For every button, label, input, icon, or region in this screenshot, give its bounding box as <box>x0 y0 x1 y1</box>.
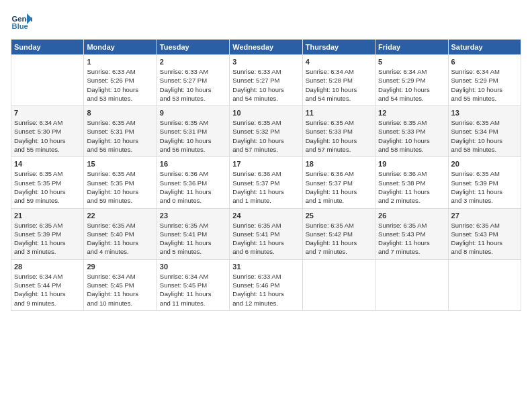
calendar-cell: 21Sunrise: 6:35 AM Sunset: 5:39 PM Dayli… <box>11 208 84 259</box>
calendar-cell: 30Sunrise: 6:34 AM Sunset: 5:45 PM Dayli… <box>157 259 229 310</box>
calendar-cell: 31Sunrise: 6:33 AM Sunset: 5:46 PM Dayli… <box>230 259 302 310</box>
calendar-cell: 27Sunrise: 6:35 AM Sunset: 5:43 PM Dayli… <box>448 208 521 259</box>
main-container: General Blue SundayMondayTuesdayWednesda… <box>0 0 532 316</box>
day-info: Sunrise: 6:34 AM Sunset: 5:29 PM Dayligh… <box>451 67 518 103</box>
calendar-cell: 29Sunrise: 6:34 AM Sunset: 5:45 PM Dayli… <box>84 259 157 310</box>
day-number: 24 <box>232 212 299 220</box>
calendar-week-row: 28Sunrise: 6:34 AM Sunset: 5:44 PM Dayli… <box>11 259 521 310</box>
weekday-header: Monday <box>84 40 157 55</box>
day-info: Sunrise: 6:35 AM Sunset: 5:35 PM Dayligh… <box>14 169 81 205</box>
calendar-cell: 10Sunrise: 6:35 AM Sunset: 5:32 PM Dayli… <box>230 106 302 157</box>
day-number: 21 <box>14 212 81 220</box>
day-number: 31 <box>232 263 299 271</box>
day-info: Sunrise: 6:36 AM Sunset: 5:36 PM Dayligh… <box>160 169 226 205</box>
day-info: Sunrise: 6:35 AM Sunset: 5:34 PM Dayligh… <box>451 118 518 154</box>
calendar-cell <box>375 259 448 310</box>
logo-icon: General Blue <box>11 11 32 32</box>
day-number: 25 <box>306 212 372 220</box>
day-info: Sunrise: 6:35 AM Sunset: 5:43 PM Dayligh… <box>451 221 518 257</box>
day-info: Sunrise: 6:33 AM Sunset: 5:46 PM Dayligh… <box>232 272 299 308</box>
day-info: Sunrise: 6:34 AM Sunset: 5:29 PM Dayligh… <box>378 67 445 103</box>
calendar-cell: 26Sunrise: 6:35 AM Sunset: 5:43 PM Dayli… <box>375 208 448 259</box>
day-number: 14 <box>14 160 81 168</box>
weekday-header: Wednesday <box>230 40 302 55</box>
calendar-cell: 18Sunrise: 6:36 AM Sunset: 5:37 PM Dayli… <box>302 157 375 208</box>
day-number: 16 <box>160 160 226 168</box>
day-number: 1 <box>87 58 153 66</box>
logo: General Blue <box>11 11 35 32</box>
day-number: 13 <box>451 109 518 117</box>
weekday-header: Tuesday <box>157 40 229 55</box>
calendar-cell <box>11 55 84 106</box>
day-info: Sunrise: 6:35 AM Sunset: 5:31 PM Dayligh… <box>87 118 153 154</box>
header: General Blue <box>11 11 521 32</box>
day-number: 17 <box>232 160 299 168</box>
day-info: Sunrise: 6:33 AM Sunset: 5:27 PM Dayligh… <box>232 67 299 103</box>
day-number: 19 <box>378 160 445 168</box>
svg-text:Blue: Blue <box>12 22 28 30</box>
day-info: Sunrise: 6:34 AM Sunset: 5:30 PM Dayligh… <box>14 118 81 154</box>
day-number: 15 <box>87 160 153 168</box>
weekday-header: Thursday <box>302 40 375 55</box>
calendar-cell: 22Sunrise: 6:35 AM Sunset: 5:40 PM Dayli… <box>84 208 157 259</box>
calendar-cell: 11Sunrise: 6:35 AM Sunset: 5:33 PM Dayli… <box>302 106 375 157</box>
calendar-cell: 24Sunrise: 6:35 AM Sunset: 5:41 PM Dayli… <box>230 208 302 259</box>
calendar-cell: 19Sunrise: 6:36 AM Sunset: 5:38 PM Dayli… <box>375 157 448 208</box>
day-info: Sunrise: 6:35 AM Sunset: 5:33 PM Dayligh… <box>378 118 445 154</box>
header-row: SundayMondayTuesdayWednesdayThursdayFrid… <box>11 40 521 55</box>
day-number: 26 <box>378 212 445 220</box>
calendar-cell: 5Sunrise: 6:34 AM Sunset: 5:29 PM Daylig… <box>375 55 448 106</box>
day-info: Sunrise: 6:35 AM Sunset: 5:42 PM Dayligh… <box>306 221 372 257</box>
day-info: Sunrise: 6:35 AM Sunset: 5:32 PM Dayligh… <box>232 118 299 154</box>
day-info: Sunrise: 6:34 AM Sunset: 5:28 PM Dayligh… <box>306 67 372 103</box>
day-info: Sunrise: 6:35 AM Sunset: 5:33 PM Dayligh… <box>306 118 372 154</box>
day-info: Sunrise: 6:35 AM Sunset: 5:41 PM Dayligh… <box>160 221 226 257</box>
calendar-week-row: 7Sunrise: 6:34 AM Sunset: 5:30 PM Daylig… <box>11 106 521 157</box>
day-number: 22 <box>87 212 153 220</box>
day-info: Sunrise: 6:36 AM Sunset: 5:37 PM Dayligh… <box>232 169 299 205</box>
day-info: Sunrise: 6:33 AM Sunset: 5:26 PM Dayligh… <box>87 67 153 103</box>
day-number: 7 <box>14 109 81 117</box>
calendar-cell: 9Sunrise: 6:35 AM Sunset: 5:31 PM Daylig… <box>157 106 229 157</box>
calendar-cell: 7Sunrise: 6:34 AM Sunset: 5:30 PM Daylig… <box>11 106 84 157</box>
day-info: Sunrise: 6:35 AM Sunset: 5:43 PM Dayligh… <box>378 221 445 257</box>
day-number: 28 <box>14 263 81 271</box>
day-info: Sunrise: 6:34 AM Sunset: 5:45 PM Dayligh… <box>87 272 153 308</box>
calendar-cell: 23Sunrise: 6:35 AM Sunset: 5:41 PM Dayli… <box>157 208 229 259</box>
calendar-cell: 4Sunrise: 6:34 AM Sunset: 5:28 PM Daylig… <box>302 55 375 106</box>
calendar-cell <box>302 259 375 310</box>
day-info: Sunrise: 6:33 AM Sunset: 5:27 PM Dayligh… <box>160 67 226 103</box>
weekday-header: Friday <box>375 40 448 55</box>
day-number: 30 <box>160 263 226 271</box>
calendar-cell: 3Sunrise: 6:33 AM Sunset: 5:27 PM Daylig… <box>230 55 302 106</box>
day-info: Sunrise: 6:35 AM Sunset: 5:31 PM Dayligh… <box>160 118 226 154</box>
day-number: 12 <box>378 109 445 117</box>
calendar-cell: 28Sunrise: 6:34 AM Sunset: 5:44 PM Dayli… <box>11 259 84 310</box>
calendar-cell: 12Sunrise: 6:35 AM Sunset: 5:33 PM Dayli… <box>375 106 448 157</box>
day-info: Sunrise: 6:35 AM Sunset: 5:39 PM Dayligh… <box>14 221 81 257</box>
day-info: Sunrise: 6:35 AM Sunset: 5:40 PM Dayligh… <box>87 221 153 257</box>
day-number: 20 <box>451 160 518 168</box>
day-number: 8 <box>87 109 153 117</box>
day-number: 3 <box>232 58 299 66</box>
day-number: 29 <box>87 263 153 271</box>
day-info: Sunrise: 6:36 AM Sunset: 5:37 PM Dayligh… <box>306 169 372 205</box>
calendar-cell: 16Sunrise: 6:36 AM Sunset: 5:36 PM Dayli… <box>157 157 229 208</box>
calendar-week-row: 21Sunrise: 6:35 AM Sunset: 5:39 PM Dayli… <box>11 208 521 259</box>
calendar-cell: 1Sunrise: 6:33 AM Sunset: 5:26 PM Daylig… <box>84 55 157 106</box>
calendar-cell: 13Sunrise: 6:35 AM Sunset: 5:34 PM Dayli… <box>448 106 521 157</box>
day-info: Sunrise: 6:35 AM Sunset: 5:41 PM Dayligh… <box>232 221 299 257</box>
calendar-week-row: 1Sunrise: 6:33 AM Sunset: 5:26 PM Daylig… <box>11 55 521 106</box>
day-number: 6 <box>451 58 518 66</box>
day-number: 4 <box>306 58 372 66</box>
day-number: 27 <box>451 212 518 220</box>
calendar-cell: 20Sunrise: 6:35 AM Sunset: 5:39 PM Dayli… <box>448 157 521 208</box>
day-info: Sunrise: 6:35 AM Sunset: 5:35 PM Dayligh… <box>87 169 153 205</box>
day-number: 9 <box>160 109 226 117</box>
day-number: 2 <box>160 58 226 66</box>
weekday-header: Sunday <box>11 40 84 55</box>
calendar-cell: 15Sunrise: 6:35 AM Sunset: 5:35 PM Dayli… <box>84 157 157 208</box>
calendar-table: SundayMondayTuesdayWednesdayThursdayFrid… <box>11 39 521 311</box>
calendar-cell: 6Sunrise: 6:34 AM Sunset: 5:29 PM Daylig… <box>448 55 521 106</box>
calendar-cell: 17Sunrise: 6:36 AM Sunset: 5:37 PM Dayli… <box>230 157 302 208</box>
